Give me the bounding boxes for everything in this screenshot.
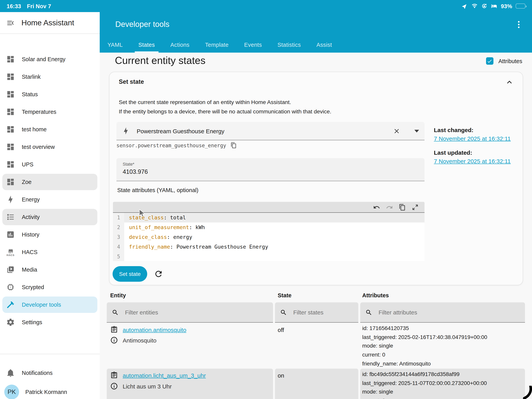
chevron-down-icon[interactable] [414, 129, 419, 132]
entity-picker-value[interactable]: Powerstream Guesthouse Energy [137, 128, 386, 134]
entity-picker[interactable]: Powerstream Guesthouse Energy [116, 122, 424, 140]
editor-body[interactable]: 1 2 3 4 5 state_class: total unit_of_mea… [113, 212, 424, 261]
menu-toggle-icon[interactable] [6, 19, 15, 27]
last-changed-link[interactable]: 7 November 2025 at 16:32:11 [434, 135, 511, 143]
bed-icon [491, 3, 497, 9]
sidebar-item-history[interactable]: History [2, 226, 97, 243]
chevron-up-icon[interactable] [505, 77, 514, 87]
tab-assist[interactable]: Assist [309, 37, 340, 53]
table-row-friendly-name: Licht aus um 3 Uhr [110, 382, 172, 390]
clipboard-icon[interactable] [110, 371, 118, 379]
sidebar-item-temperatures[interactable]: Temperatures [2, 104, 97, 120]
state-input[interactable] [123, 168, 418, 175]
code-area[interactable]: state_class: total unit_of_measurement: … [124, 213, 424, 261]
sidebar-item-media[interactable]: Media [2, 261, 97, 278]
attribute-line: last_triggered: 2025-02-16T17:40:38.0479… [362, 333, 487, 341]
info-icon[interactable] [110, 336, 118, 344]
refresh-icon[interactable] [154, 269, 163, 279]
last-updated-link[interactable]: 7 November 2025 at 16:32:11 [434, 157, 511, 166]
battery-icon [516, 4, 525, 9]
filter-attributes-input[interactable] [379, 309, 506, 316]
tab-yaml[interactable]: YAML [100, 37, 130, 53]
sidebar-item-label: test home [22, 126, 47, 133]
expand-icon[interactable] [412, 204, 419, 211]
copy-icon[interactable] [231, 142, 237, 148]
sidebar-item-label: Settings [22, 319, 42, 325]
sidebar-item-developer-tools[interactable]: Developer tools [2, 296, 97, 313]
line-number-gutter: 1 2 3 4 5 [113, 213, 124, 261]
hammer-icon [6, 300, 15, 309]
entity-link[interactable]: automation.licht_aus_um_3_uhr [123, 372, 206, 379]
tab-statistics[interactable]: Statistics [270, 37, 309, 53]
tab-states[interactable]: States [130, 37, 163, 53]
attributes-toggle[interactable]: Attributes [486, 57, 522, 65]
search-icon [112, 309, 119, 316]
sidebar-item-hacs[interactable]: HACS HACS [2, 244, 97, 260]
filter-states-input[interactable] [293, 309, 356, 316]
undo-icon[interactable] [373, 204, 380, 211]
sidebar-item-zoe[interactable]: Zoe [2, 174, 97, 190]
sidebar-item-test-home[interactable]: test home [2, 121, 97, 138]
friendly-name: Antimosquito [123, 337, 156, 343]
clipboard-icon[interactable] [110, 326, 118, 334]
state-value: on [278, 372, 284, 379]
home-assistant-app: 16:33 Fri Nov 7 93% Home Assis [0, 0, 532, 399]
line-number: 3 [113, 232, 124, 242]
location-icon [462, 3, 468, 9]
tab-actions[interactable]: Actions [163, 37, 197, 53]
play-box-icon [6, 265, 15, 274]
dashboard-icon [6, 178, 15, 186]
sidebar-item-label: Activity [22, 214, 40, 220]
chart-box-icon [6, 230, 15, 239]
sidebar-item-energy[interactable]: Energy [2, 191, 97, 208]
pen-mark [523, 386, 532, 399]
last-updated-label: Last updated: [434, 148, 511, 157]
gear-icon [6, 318, 15, 327]
sidebar-item-label: Starlink [22, 74, 41, 80]
app-title: Home Assistant [21, 18, 74, 27]
attributes-checkbox[interactable] [486, 57, 494, 65]
code-line: friendly_name: Powerstream Guesthouse En… [124, 242, 424, 252]
yaml-editor[interactable]: 1 2 3 4 5 state_class: total unit_of_mea… [113, 202, 424, 261]
attributes-checkbox-label: Attributes [499, 58, 522, 64]
filter-attributes-field[interactable] [360, 302, 525, 323]
tab-template[interactable]: Template [197, 37, 236, 53]
entity-link[interactable]: automation.antimosquito [123, 326, 186, 333]
sidebar-item-ups[interactable]: UPS [2, 156, 97, 173]
avatar: PK [4, 385, 19, 399]
sidebar-header: Home Assistant [0, 12, 100, 33]
info-icon[interactable] [110, 382, 118, 390]
state-field[interactable]: State* [116, 158, 424, 181]
sidebar-item-status[interactable]: Status [2, 86, 97, 103]
attribute-line: mode: single [362, 341, 487, 350]
sidebar-item-label: Zoe [22, 179, 32, 185]
redo-icon[interactable] [386, 204, 393, 211]
filter-entities-field[interactable] [107, 302, 273, 323]
clear-icon[interactable] [393, 127, 400, 135]
overflow-menu-icon[interactable] [514, 20, 523, 29]
sidebar-item-notifications[interactable]: Notifications [2, 365, 97, 381]
entity-id-row: sensor.powerstream_guesthouse_energy [116, 142, 237, 148]
sidebar-item-label: Energy [22, 196, 40, 203]
bell-icon [6, 369, 15, 377]
sidebar-item-test-overview[interactable]: test overview [2, 139, 97, 155]
sidebar-item-settings[interactable]: Settings [2, 314, 97, 330]
sidebar-item-activity[interactable]: Activity [2, 209, 97, 225]
sidebar-item-solar-and-energy[interactable]: Solar and Energy [2, 51, 97, 67]
code-line: device_class: energy [124, 232, 424, 242]
card-description: Set the current state representation of … [119, 98, 331, 116]
tab-events[interactable]: Events [236, 37, 270, 53]
rotation-lock-icon [481, 3, 487, 9]
sidebar-item-label: Notifications [22, 370, 53, 376]
sidebar-item-starlink[interactable]: Starlink [2, 69, 97, 85]
filter-states-field[interactable] [275, 302, 358, 323]
section-heading: Current entity states [115, 55, 205, 67]
sidebar-profile[interactable]: PK Patrick Kormann [2, 383, 97, 399]
set-state-button[interactable]: Set state [113, 266, 147, 282]
attribute-line: id: fbc49dc55f234144a6f9178cd358af99 [362, 370, 487, 379]
sidebar-item-scrypted[interactable]: Scrypted [2, 279, 97, 295]
copy-code-icon[interactable] [399, 204, 406, 211]
search-icon [280, 309, 287, 316]
filter-entities-input[interactable] [125, 309, 254, 316]
status-left: 16:33 Fri Nov 7 [7, 3, 51, 9]
